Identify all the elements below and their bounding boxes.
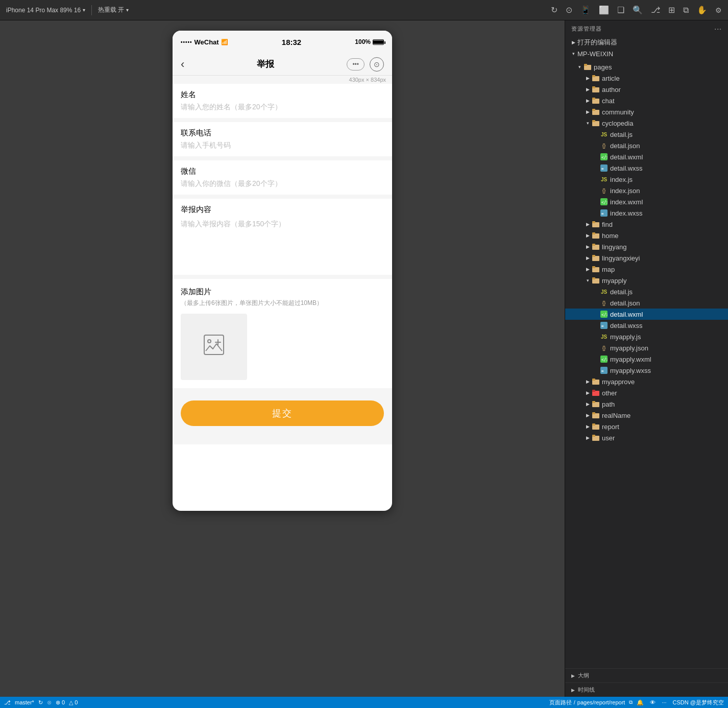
tree-item-cyclopedia[interactable]: ▾ cyclopedia <box>565 117 728 129</box>
back-button[interactable]: ‹ <box>181 58 184 71</box>
js-icon: JS <box>600 333 608 341</box>
name-input[interactable]: 请输入您的姓名（最多20个字） <box>181 103 384 112</box>
tree-item-label: pages <box>594 63 728 71</box>
tree-item-pages[interactable]: ▾ pages <box>565 61 728 73</box>
tree-item-myapply-detail-wxml[interactable]: </>detail.wxml <box>565 309 728 320</box>
tree-item-label: detail.wxss <box>610 164 728 172</box>
wxss-icon: ≡ <box>600 164 608 172</box>
tree-item-realname[interactable]: ▶ realName <box>565 410 728 421</box>
device-selector[interactable]: iPhone 14 Pro Max 89% 16 ▾ <box>6 7 85 14</box>
hotreload-button[interactable]: 热重载 开 ▾ <box>98 6 129 14</box>
tree-item-author[interactable]: ▶ author <box>565 84 728 95</box>
tree-item-myapply-detail-json[interactable]: {}detail.json <box>565 297 728 309</box>
tree-item-index-wxss[interactable]: ≡index.wxss <box>565 207 728 219</box>
tree-item-label: index.wxml <box>610 198 728 206</box>
wxml-icon: </> <box>600 198 608 206</box>
image-section: 添加图片 （最多上传6张图片，单张图片大小不能超过10MB） <box>173 279 392 388</box>
phone-icon[interactable]: 📱 <box>580 5 591 15</box>
eye-icon[interactable]: 👁 <box>650 699 656 705</box>
tablet-icon[interactable]: ⬜ <box>599 5 609 15</box>
more-icon[interactable]: ··· <box>662 699 666 705</box>
image-title: 添加图片 <box>181 287 384 297</box>
camera-button[interactable]: ⊙ <box>370 57 384 72</box>
tree-item-lingyang[interactable]: ▶ lingyang <box>565 241 728 252</box>
tree-item-myapply[interactable]: ▾ myapply <box>565 275 728 286</box>
git-sync-icon[interactable]: ↻ <box>38 699 43 706</box>
layers-icon[interactable]: ❑ <box>617 5 624 15</box>
file-copy-icon[interactable]: ⧉ <box>629 699 633 705</box>
submit-section: 提交 <box>173 392 392 434</box>
report-input[interactable]: 请输入举报内容（最多150个字） <box>181 218 384 269</box>
timeline-section[interactable]: ▶ 时间线 <box>565 682 728 697</box>
wechat-input[interactable]: 请输入你的微信（最多20个字） <box>181 179 384 188</box>
folder-icon <box>592 231 600 240</box>
svg-text:</>: </> <box>601 155 608 160</box>
error-count[interactable]: ⊗ 0 <box>56 699 65 706</box>
more-options-button[interactable]: ••• <box>347 58 365 70</box>
tree-item-detail-js[interactable]: JSdetail.js <box>565 129 728 140</box>
folder-icon <box>592 97 600 105</box>
dots-label: ••• <box>352 61 359 68</box>
tree-item-myapply-js[interactable]: JSmyapply.js <box>565 331 728 342</box>
tree-item-index-json[interactable]: {}index.json <box>565 185 728 196</box>
battery-bar <box>373 39 384 45</box>
tree-item-path[interactable]: ▶ path <box>565 398 728 410</box>
tree-item-article[interactable]: ▶ article <box>565 73 728 84</box>
tree-item-label: detail.wxml <box>610 153 728 161</box>
tree-item-detail-wxml[interactable]: </>detail.wxml <box>565 151 728 162</box>
opened-editors-section[interactable]: ▶ 打开的编辑器 <box>565 37 728 48</box>
tree-arrow: ▶ <box>584 74 592 82</box>
search-icon[interactable]: 🔍 <box>633 5 643 15</box>
tree-item-myapply-detail-wxss[interactable]: ≡detail.wxss <box>565 320 728 331</box>
tree-item-chat[interactable]: ▶ chat <box>565 95 728 106</box>
folder-icon <box>592 119 600 127</box>
tree-item-myapprove[interactable]: ▶ myapprove <box>565 376 728 387</box>
tree-item-myapply-detail-js[interactable]: JSdetail.js <box>565 286 728 297</box>
tree-item-home[interactable]: ▶ home <box>565 230 728 241</box>
tree-item-lingyangxieyi[interactable]: ▶ lingyangxieyi <box>565 252 728 264</box>
tree-item-index-js[interactable]: JSindex.js <box>565 174 728 185</box>
grid-icon[interactable]: ⊞ <box>668 5 675 15</box>
tree-item-index-wxml[interactable]: </>index.wxml <box>565 196 728 207</box>
tree-item-map[interactable]: ▶ map <box>565 264 728 275</box>
git-branch-icon[interactable]: ⎇ <box>651 5 660 15</box>
svg-rect-7 <box>592 75 595 77</box>
settings-icon[interactable]: ⚙ <box>715 6 722 14</box>
phone-input[interactable]: 请输入手机号码 <box>181 141 384 150</box>
git-branch-label[interactable]: master* <box>15 699 34 705</box>
status-time: 18:32 <box>228 38 355 46</box>
tree-item-label: detail.json <box>610 299 728 307</box>
record-icon[interactable]: ⊙ <box>566 5 572 15</box>
folder-icon <box>592 85 600 93</box>
sidebar-more-icon[interactable]: ··· <box>714 25 722 33</box>
wxss-icon: ≡ <box>600 366 608 374</box>
tree-item-myapply-json[interactable]: {}myapply.json <box>565 342 728 353</box>
mp-weixin-section[interactable]: ▾ MP-WEIXIN <box>565 48 728 59</box>
refresh-icon[interactable]: ↻ <box>551 5 557 15</box>
image-upload-button[interactable] <box>181 314 247 380</box>
tree-item-other[interactable]: ▶ other <box>565 387 728 398</box>
tree-item-user[interactable]: ▶ user <box>565 432 728 443</box>
name-section: 姓名 请输入您的姓名（最多20个字） <box>173 84 392 118</box>
warning-count[interactable]: △ 0 <box>69 699 78 706</box>
sidebar-header-icons: ··· <box>714 25 722 33</box>
tree-item-detail-json[interactable]: {}detail.json <box>565 140 728 151</box>
bell-icon[interactable]: 🔔 <box>637 699 644 706</box>
bottom-bar: ⎇ master* ↻ ⊗ ⊗ 0 △ 0 页面路径 / pages/repor… <box>0 697 728 708</box>
tree-item-community[interactable]: ▶ community <box>565 106 728 117</box>
outline-section[interactable]: ▶ 大纲 <box>565 668 728 682</box>
copy-icon[interactable]: ⧉ <box>683 6 689 15</box>
wechat-label: 微信 <box>181 167 384 176</box>
tree-item-detail-wxss[interactable]: ≡detail.wxss <box>565 162 728 174</box>
tree-item-report[interactable]: ▶ report <box>565 421 728 432</box>
tree-item-myapply-wxss[interactable]: ≡myapply.wxss <box>565 365 728 376</box>
svg-rect-27 <box>592 232 595 234</box>
hand-icon[interactable]: ✋ <box>697 5 707 15</box>
separator: ⊗ <box>47 699 52 706</box>
submit-button[interactable]: 提交 <box>181 400 384 426</box>
json-icon: {} <box>600 141 608 150</box>
tree-item-find[interactable]: ▶ find <box>565 219 728 230</box>
tree-item-myapply-wxml[interactable]: </>myapply.wxml <box>565 353 728 365</box>
file-path-label[interactable]: pages/report/report <box>577 699 625 705</box>
status-left: ••••• WeChat 📶 <box>181 38 228 46</box>
